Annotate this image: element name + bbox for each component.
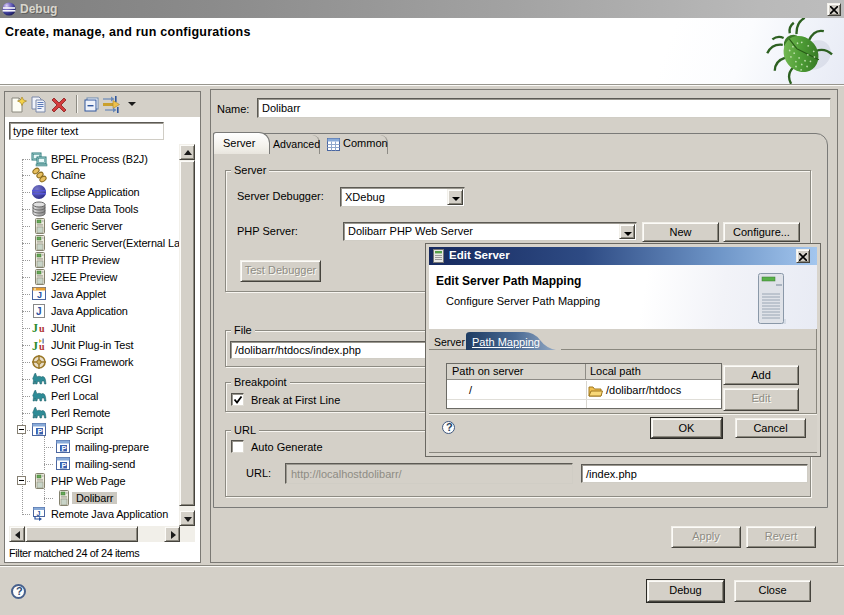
svg-text:J: J [32, 321, 38, 335]
svg-text:P: P [62, 460, 67, 469]
svg-text:P: P [62, 443, 67, 452]
svg-text:P: P [38, 426, 43, 435]
svg-text:u: u [39, 341, 45, 352]
svg-text:J: J [32, 339, 38, 353]
svg-text:J: J [37, 290, 42, 300]
svg-text:J: J [37, 510, 41, 517]
svg-text:J: J [36, 306, 41, 317]
svg-text:u: u [39, 323, 45, 334]
